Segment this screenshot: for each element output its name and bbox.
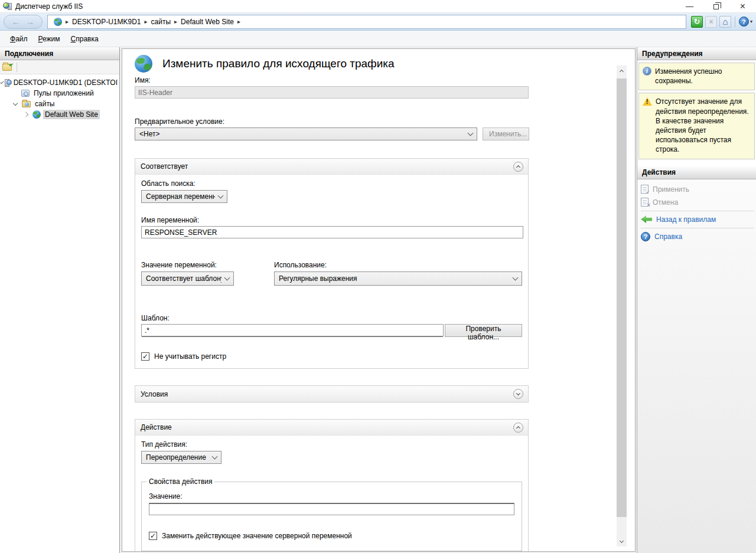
home-button[interactable]: ⌂ — [719, 16, 731, 28]
refresh-button[interactable]: ↻ — [691, 16, 703, 28]
breadcrumb-arrow-icon: ▸ — [173, 18, 178, 25]
alert-info: i Изменения успешно сохранены. — [638, 63, 755, 90]
action-section: Действие Тип действия: Переопределение С… — [135, 419, 529, 552]
restore-button[interactable] — [703, 0, 729, 12]
chevron-down-icon — [620, 539, 624, 543]
match-section-header[interactable]: Соответствует — [135, 159, 528, 175]
sites-folder-icon — [22, 101, 31, 107]
action-section-header[interactable]: Действие — [135, 420, 528, 436]
using-select[interactable]: Регулярные выражения — [274, 271, 522, 286]
chevron-up-icon — [516, 165, 520, 169]
pattern-input[interactable] — [141, 324, 444, 336]
variable-value-label: Значение переменной: — [141, 261, 268, 269]
chevron-down-icon: ▾ — [750, 19, 752, 24]
scroll-up-button[interactable] — [617, 66, 627, 76]
tree-item-sites[interactable]: сайты — [0, 99, 119, 109]
apply-icon: ✓ — [641, 185, 649, 194]
back-to-rules-label: Назад к правилам — [656, 215, 716, 224]
chevron-down-icon — [218, 193, 224, 199]
feature-globe-icon — [135, 55, 152, 73]
scrollbar-thumb[interactable] — [617, 78, 627, 517]
breadcrumb-arrow-icon: ▸ — [64, 18, 70, 25]
variable-name-input[interactable] — [141, 226, 523, 238]
alert-info-text: Изменения успешно сохранены. — [655, 67, 751, 86]
main-content: Изменить правило для исходящего трафика … — [122, 48, 636, 552]
alert-warning: ! Отсутствует значение для действия пере… — [638, 93, 755, 159]
close-button[interactable]: × — [729, 0, 756, 12]
expand-icon[interactable] — [24, 112, 28, 117]
scope-select[interactable]: Серверная переменн — [141, 190, 227, 203]
address-bar: ← → ▸ DESKTOP-U1MK9D1 ▸ сайты ▸ Default … — [0, 13, 756, 31]
help-icon: ? — [641, 232, 650, 241]
chevron-up-icon — [516, 426, 520, 430]
tree-item-server[interactable]: DESKTOP-U1MK9D1 (DESKTOI — [0, 77, 119, 88]
actions-list: ✓ Применить × Отмена Назад к правилам ? … — [637, 179, 756, 553]
alert-warning-text: Отсутствует значение для действия переоп… — [656, 97, 751, 154]
help-action[interactable]: ? Справка — [641, 230, 754, 243]
precondition-select[interactable]: <Нет> — [135, 127, 477, 140]
scroll-down-button[interactable] — [617, 536, 627, 547]
tree-item-default-web-site[interactable]: Default Web Site — [0, 109, 119, 120]
back-to-rules-action[interactable]: Назад к правилам — [641, 213, 754, 226]
action-properties-group: Свойства действия Значение: ✓ Заменить д… — [141, 482, 522, 551]
breadcrumb-item-sites[interactable]: сайты — [149, 18, 174, 26]
right-panel: Предупреждения i Изменения успешно сохра… — [637, 47, 756, 553]
test-pattern-button[interactable]: Проверить шаблон... — [445, 324, 522, 337]
alerts-header: Предупреждения — [637, 47, 756, 60]
expand-section-button[interactable] — [513, 389, 523, 399]
collapse-icon[interactable] — [13, 100, 18, 105]
variable-name-label: Имя переменной: — [141, 216, 522, 224]
minimize-button[interactable]: — — [676, 0, 703, 12]
ignore-case-label: Не учитывать регистр — [154, 352, 226, 361]
title-bar: Диспетчер служб IIS — × — [0, 0, 756, 13]
breadcrumb-item-site[interactable]: Default Web Site — [178, 18, 236, 26]
collapse-icon[interactable] — [0, 80, 4, 83]
stop-icon: × — [709, 18, 713, 26]
apply-action: ✓ Применить — [641, 183, 754, 196]
connections-header: Подключения — [0, 47, 119, 60]
replace-label: Заменить действующее значение серверной … — [162, 532, 352, 540]
menu-file[interactable]: Файл — [5, 32, 33, 45]
back-icon[interactable]: ← — [12, 18, 20, 26]
vertical-scrollbar[interactable] — [617, 66, 627, 547]
actions-separator — [641, 211, 754, 211]
app-pools-icon — [21, 90, 30, 97]
ignore-case-row: ✓ Не учитывать регистр — [141, 352, 522, 361]
action-properties-legend: Свойства действия — [146, 477, 214, 486]
using-label: Использование: — [274, 261, 522, 269]
help-button[interactable]: ? ▾ — [739, 17, 752, 27]
breadcrumb-arrow-icon: ▸ — [236, 18, 242, 25]
close-icon: × — [740, 1, 745, 12]
value-input[interactable] — [149, 503, 514, 515]
iis-app-icon — [3, 2, 12, 11]
match-section: Соответствует Область поиска: Серверная … — [135, 158, 529, 369]
collapse-section-button[interactable] — [513, 423, 523, 433]
breadcrumb[interactable]: ▸ DESKTOP-U1MK9D1 ▸ сайты ▸ Default Web … — [47, 15, 686, 29]
actions-separator — [641, 228, 754, 228]
menu-view[interactable]: Режим — [33, 32, 66, 45]
pattern-label: Шаблон: — [141, 314, 522, 322]
cancel-label: Отмена — [653, 198, 678, 207]
ignore-case-checkbox[interactable]: ✓ — [141, 352, 149, 361]
connect-icon[interactable] — [2, 64, 12, 71]
home-icon: ⌂ — [722, 17, 728, 27]
forward-icon[interactable]: → — [26, 18, 34, 26]
menu-help[interactable]: Справка — [66, 32, 104, 45]
tree-item-app-pools[interactable]: Пулы приложений — [0, 88, 119, 99]
replace-checkbox[interactable]: ✓ — [149, 532, 157, 540]
cancel-icon: × — [641, 198, 649, 207]
window-title: Диспетчер служб IIS — [15, 2, 83, 11]
conditions-section-header[interactable]: Условия — [135, 386, 528, 402]
scope-label: Область поиска: — [141, 179, 522, 188]
name-input — [135, 86, 529, 99]
breadcrumb-item-server[interactable]: DESKTOP-U1MK9D1 — [70, 18, 143, 26]
warning-icon: ! — [643, 97, 652, 106]
page-title: Изменить правило для исходящего трафика — [162, 57, 395, 70]
server-icon — [6, 79, 9, 87]
breadcrumb-arrow-icon: ▸ — [144, 18, 149, 25]
variable-value-select[interactable]: Соответствует шаблону — [141, 271, 234, 286]
action-type-select[interactable]: Переопределение — [141, 451, 221, 464]
help-label: Справка — [654, 233, 682, 241]
globe-icon — [54, 18, 62, 26]
collapse-section-button[interactable] — [513, 162, 523, 172]
